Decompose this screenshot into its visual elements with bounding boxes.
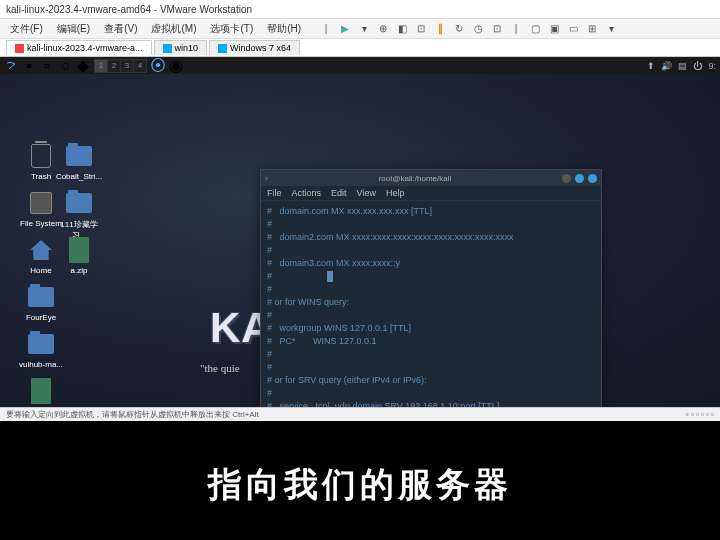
- vmware-titlebar: kali-linux-2023.4-vmware-amd64 - VMware …: [0, 0, 720, 19]
- term-line: # domain.com MX xxx.xxx.xxx.xxx [TTL]: [267, 205, 595, 218]
- workspace-2[interactable]: 2: [108, 60, 120, 72]
- fullscreen-icon[interactable]: ▢: [528, 22, 542, 36]
- maximize-icon[interactable]: [575, 174, 584, 183]
- layout-icon[interactable]: ⊞: [585, 22, 599, 36]
- menu-edit[interactable]: 编辑(E): [51, 20, 96, 38]
- term-line: #: [267, 361, 595, 374]
- notifications-icon[interactable]: ▤: [678, 61, 687, 71]
- camera-icon[interactable]: ◉: [169, 59, 183, 73]
- vm-tabs: kali-linux-2023.4-vmware-a... win10 Wind…: [0, 39, 720, 57]
- video-subtitle: 指向我们的服务器: [0, 462, 720, 508]
- terminal-body[interactable]: # domain.com MX xxx.xxx.xxx.xxx [TTL]## …: [261, 201, 601, 407]
- fs-icon: [27, 189, 55, 217]
- volume-icon[interactable]: 🔊: [661, 61, 672, 71]
- desktop-area[interactable]: KALI LINUX "the quie ▫ root@kali:/home/k…: [0, 74, 720, 407]
- folder-icon: [27, 330, 55, 358]
- clock[interactable]: 9:: [708, 61, 716, 71]
- network-icon[interactable]: ⬆: [647, 61, 655, 71]
- terminal-titlebar[interactable]: ▫ root@kali:/home/kali: [261, 170, 601, 186]
- desktop-icon-111zip[interactable]: 111.zip: [18, 377, 64, 407]
- terminal-window[interactable]: ▫ root@kali:/home/kali File Actions Edit…: [260, 169, 602, 407]
- files-icon[interactable]: ▫: [40, 59, 54, 73]
- terminal-icon[interactable]: ▪: [22, 59, 36, 73]
- term-menu-edit[interactable]: Edit: [331, 188, 347, 198]
- term-menu-file[interactable]: File: [267, 188, 282, 198]
- play-icon[interactable]: ▶: [338, 22, 352, 36]
- settings-icon[interactable]: ⊡: [414, 22, 428, 36]
- firefox-icon[interactable]: ○: [58, 59, 72, 73]
- term-line: #: [267, 283, 595, 296]
- icon-label: vulhub-ma...: [19, 360, 63, 369]
- win7-tab-icon: [218, 44, 227, 53]
- folder-icon: [27, 283, 55, 311]
- tab-win10[interactable]: win10: [154, 40, 208, 55]
- restart-icon[interactable]: ↻: [452, 22, 466, 36]
- win10-tab-icon: [163, 44, 172, 53]
- term-menu-help[interactable]: Help: [386, 188, 405, 198]
- desktop-icon-vulhubma[interactable]: vulhub-ma...: [18, 330, 64, 369]
- app-icon[interactable]: ◆: [76, 59, 90, 73]
- toolbar-separator: |: [319, 22, 333, 36]
- more-icon[interactable]: ▾: [604, 22, 618, 36]
- folder-icon: [65, 189, 93, 217]
- term-line: #: [267, 218, 595, 231]
- icon-label: FourEye: [26, 313, 56, 322]
- dropdown-icon[interactable]: ▾: [357, 22, 371, 36]
- window-title: kali-linux-2023.4-vmware-amd64 - VMware …: [6, 4, 252, 15]
- term-line: #: [267, 309, 595, 322]
- zip-icon: [65, 236, 93, 264]
- term-line: #: [267, 244, 595, 257]
- snapshot-icon[interactable]: ⊕: [376, 22, 390, 36]
- term-line: # workgroup WINS 127.0.0.1 [TTL]: [267, 322, 595, 335]
- terminal-menubar: File Actions Edit View Help: [261, 186, 601, 201]
- workspace-4[interactable]: 4: [134, 60, 146, 72]
- pause-icon[interactable]: ‖: [433, 22, 447, 36]
- unity-icon[interactable]: ▣: [547, 22, 561, 36]
- vmware-toolbar: | ▶ ▾ ⊕ ◧ ⊡ ‖ ↻ ◷ ⊡ | ▢ ▣ ▭ ⊞ ▾: [319, 22, 618, 36]
- term-line: #: [267, 348, 595, 361]
- power-icon[interactable]: ⏻: [693, 61, 702, 71]
- status-devices: ▫ ▫ ▫ ▫ ▫ ▫: [686, 410, 714, 419]
- console-icon[interactable]: ▭: [566, 22, 580, 36]
- vm-viewport[interactable]: ▪ ▫ ○ ◆ 1 2 3 4 ⦿ ◉ ⬆ 🔊 ▤ ⏻ 9:: [0, 57, 720, 407]
- screenshot-icon[interactable]: ◧: [395, 22, 409, 36]
- tab-win7[interactable]: Windows 7 x64: [209, 40, 300, 55]
- menu-vm[interactable]: 虚拟机(M): [145, 20, 202, 38]
- term-line: # domain3.com MX xxxx:xxxx::y: [267, 257, 595, 270]
- kali-desktop: ▪ ▫ ○ ◆ 1 2 3 4 ⦿ ◉ ⬆ 🔊 ▤ ⏻ 9:: [0, 57, 720, 407]
- recorder-icon[interactable]: ⦿: [151, 59, 165, 73]
- folder-icon: [65, 142, 93, 170]
- term-line: # PC* WINS 127.0.0.1: [267, 335, 595, 348]
- vmware-window: kali-linux-2023.4-vmware-amd64 - VMware …: [0, 0, 720, 421]
- menu-tabs[interactable]: 选项卡(T): [204, 20, 259, 38]
- term-line: # domain2.com MX xxxx:xxxx:xxxx:xxxx:xxx…: [267, 231, 595, 244]
- kali-tab-icon: [15, 44, 24, 53]
- term-line: # service._tcp|_udp.domain SRV 192.168.1…: [267, 400, 595, 407]
- close-icon[interactable]: [588, 174, 597, 183]
- menu-file[interactable]: 文件(F): [4, 20, 49, 38]
- kali-menu-icon[interactable]: [4, 59, 18, 73]
- workspace-3[interactable]: 3: [121, 60, 133, 72]
- tab-kali[interactable]: kali-linux-2023.4-vmware-a...: [6, 40, 152, 55]
- workspaces: 1 2 3 4: [94, 59, 147, 73]
- menu-view[interactable]: 查看(V): [98, 20, 143, 38]
- term-menu-actions[interactable]: Actions: [292, 188, 322, 198]
- icon-label: Home: [30, 266, 51, 275]
- icon-label: Trash: [31, 172, 51, 181]
- workspace-1[interactable]: 1: [95, 60, 107, 72]
- desktop-icon-cobaltstri[interactable]: Cobalt_Stri...: [56, 142, 102, 181]
- term-line: # or for SRV query (either IPv4 or IPv6)…: [267, 374, 595, 387]
- menu-help[interactable]: 帮助(H): [261, 20, 307, 38]
- term-line: # or for WINS query:: [267, 296, 595, 309]
- term-menu-view[interactable]: View: [357, 188, 376, 198]
- fit-icon[interactable]: ⊡: [490, 22, 504, 36]
- icon-label: Cobalt_Stri...: [56, 172, 102, 181]
- toolbar-separator2: |: [509, 22, 523, 36]
- desktop-icon-111[interactable]: 111珍藏学习...: [56, 189, 102, 241]
- minimize-icon[interactable]: [562, 174, 571, 183]
- clock-icon[interactable]: ◷: [471, 22, 485, 36]
- system-tray: ⬆ 🔊 ▤ ⏻ 9:: [647, 61, 716, 71]
- term-line: #: [267, 270, 595, 283]
- desktop-icon-foureye[interactable]: FourEye: [18, 283, 64, 322]
- desktop-icon-azip[interactable]: a.zip: [56, 236, 102, 275]
